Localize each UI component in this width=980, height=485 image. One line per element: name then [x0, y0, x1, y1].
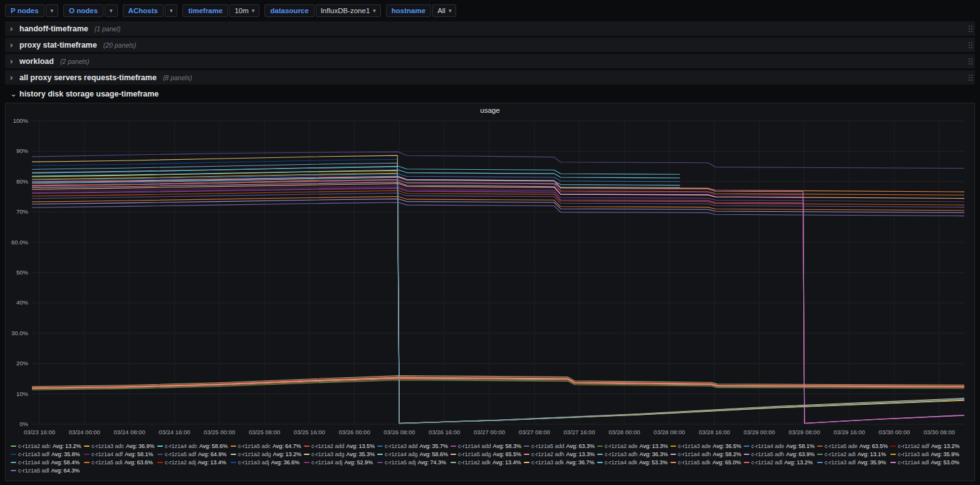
legend-avg-label: Avg:: [712, 459, 724, 466]
chevron-down-icon: ▾: [170, 8, 173, 14]
x-axis-label: 03/27 16:00: [564, 429, 595, 435]
row-title: proxy stat-timeframe: [19, 41, 97, 50]
legend-item-c-r1z1a3-adc[interactable]: c-r1z1a3 adcAvg:36.9%: [84, 442, 157, 450]
legend-item-c-r1z1a4-adf[interactable]: c-r1z1a4 adfAvg:58.1%: [84, 450, 157, 458]
legend-item-c-r1z1a4-adi[interactable]: c-r1z1a4 adiAvg:58.4%: [11, 458, 84, 466]
legend-item-c-r1z1a2-adh[interactable]: c-r1z1a2 adhAvg:13.3%: [524, 450, 597, 458]
legend-item-c-r1z1a3-adh[interactable]: c-r1z1a3 adhAvg:36.3%: [597, 450, 670, 458]
series-color-swatch: [304, 454, 310, 455]
row-header-workload[interactable]: ›workload(2 panels): [5, 54, 975, 68]
legend-item-c-r1z1a4-adg[interactable]: c-r1z1a4 adgAvg:58.6%: [377, 450, 451, 458]
legend-item-c-r1z1a5-adh[interactable]: c-r1z1a5 adhAvg:63.9%: [744, 450, 817, 458]
y-axis-label: 30.0%: [11, 330, 28, 336]
row-drag-handle[interactable]: [969, 75, 970, 76]
legend-series-name: c-r1z1a5 adc: [238, 443, 271, 449]
variable-value-picker[interactable]: 10m▾: [229, 4, 259, 17]
variable-value-picker[interactable]: ▾: [105, 4, 118, 17]
legend-item-c-r1z1a5-adg[interactable]: c-r1z1a5 adgAvg:65.5%: [451, 450, 524, 458]
panel-title[interactable]: usage: [9, 105, 971, 116]
legend-item-c-r1z1a5-adl[interactable]: c-r1z1a5 adlAvg:64.3%: [11, 466, 84, 474]
row-drag-handle[interactable]: [969, 42, 970, 43]
legend-item-c-r1z1a4-adl[interactable]: c-r1z1a4 adlAvg:53.0%: [890, 458, 964, 466]
legend-item-c-r1z1a2-adj[interactable]: c-r1z1a2 adjAvg:13.4%: [157, 458, 231, 466]
legend-item-c-r1z1a5-add[interactable]: c-r1z1a5 addAvg:63.3%: [524, 442, 597, 450]
row-header-history-disk-storage-usage-timeframe[interactable]: ⌄history disk storage usage-timeframe: [5, 86, 975, 101]
legend-item-c-r1z1a5-adi[interactable]: c-r1z1a5 adiAvg:63.6%: [84, 458, 157, 466]
legend-item-c-r1z1a2-adg[interactable]: c-r1z1a2 adgAvg:13.2%: [231, 450, 304, 458]
legend-item-c-r1z1a2-adi[interactable]: c-r1z1a2 adiAvg:13.1%: [817, 450, 890, 458]
legend-avg-label: Avg:: [640, 451, 651, 457]
legend-item-c-r1z1a2-adl[interactable]: c-r1z1a2 adlAvg:13.2%: [744, 458, 817, 466]
legend-avg-label: Avg:: [347, 451, 358, 457]
legend-item-c-r1z1a5-adf[interactable]: c-r1z1a5 adfAvg:64.9%: [157, 450, 231, 458]
legend-item-c-r1z1a2-adf[interactable]: c-r1z1a2 adfAvg:13.2%: [890, 442, 964, 450]
legend-item-c-r1z1a4-ade[interactable]: c-r1z1a4 adeAvg:58.1%: [744, 442, 817, 450]
legend-avg-value: 13.2%: [796, 459, 813, 466]
legend-item-c-r1z1a3-add[interactable]: c-r1z1a3 addAvg:35.7%: [377, 442, 451, 450]
series-color-swatch: [524, 454, 529, 455]
legend-item-c-r1z1a5-adk[interactable]: c-r1z1a5 adkAvg:65.0%: [670, 458, 744, 466]
legend-avg-label: Avg:: [931, 451, 942, 457]
row-header-proxy-stat-timeframe[interactable]: ›proxy stat-timeframe(20 panels): [5, 38, 975, 52]
series-color-swatch: [231, 446, 236, 447]
legend-avg-label: Avg:: [420, 443, 431, 449]
legend-series-name: c-r1z1a3 ade: [678, 443, 711, 449]
legend-item-c-r1z1a5-ade[interactable]: c-r1z1a5 adeAvg:63.5%: [817, 442, 890, 450]
legend-item-c-r1z1a3-adi[interactable]: c-r1z1a3 adiAvg:35.9%: [890, 450, 964, 458]
variable-value-picker[interactable]: ▾: [46, 4, 59, 17]
series-color-swatch: [231, 454, 236, 455]
row-drag-handle[interactable]: [969, 58, 970, 60]
row-drag-handle[interactable]: [969, 26, 970, 27]
legend-item-c-r1z1a5-adc[interactable]: c-r1z1a5 adcAvg:64.7%: [231, 442, 304, 450]
x-axis-label: 03/24 16:00: [159, 429, 190, 435]
legend-item-c-r1z1a4-add[interactable]: c-r1z1a4 addAvg:58.3%: [451, 442, 524, 450]
legend-avg-value: 64.9%: [211, 451, 227, 457]
legend-item-c-r1z1a4-adh[interactable]: c-r1z1a4 adhAvg:58.2%: [670, 450, 744, 458]
legend-item-c-r1z1a4-adk[interactable]: c-r1z1a4 adkAvg:53.3%: [597, 458, 670, 466]
legend-avg-value: 53.0%: [943, 459, 959, 466]
y-axis-label: 60.0%: [11, 239, 28, 246]
x-axis-label: 03/30 00:00: [878, 429, 910, 435]
legend-avg-label: Avg:: [53, 443, 64, 449]
legend-item-c-r1z1a3-adf[interactable]: c-r1z1a3 adfAvg:35.8%: [11, 450, 84, 458]
series-color-swatch: [157, 462, 163, 463]
legend-item-c-r1z1a2-add[interactable]: c-r1z1a2 addAvg:13.5%: [304, 442, 377, 450]
legend-item-c-r1z1a3-adk[interactable]: c-r1z1a3 adkAvg:36.7%: [524, 458, 597, 466]
legend-series-name: c-r1z1a4 adf: [91, 451, 123, 457]
legend-series-name: c-r1z1a5 adf: [165, 451, 196, 457]
legend-avg-value: 35.7%: [432, 443, 448, 449]
usage-chart[interactable]: 100%90%80%70%60.0%50%40%30.0%20%10%0%03/…: [9, 116, 969, 441]
variable-value-picker[interactable]: InfluxDB-zone1▾: [316, 4, 381, 17]
legend-series-name: c-r1z1a5 adg: [458, 451, 491, 457]
legend-avg-value: 52.9%: [357, 459, 373, 466]
y-axis-label: 70%: [16, 208, 29, 215]
y-axis-label: 0%: [19, 420, 28, 427]
variable-label: hostname: [386, 4, 431, 17]
variable-value-picker[interactable]: All▾: [432, 4, 456, 17]
legend-series-name: c-r1z1a3 adh: [605, 451, 638, 457]
legend-avg-value: 13.1%: [870, 451, 886, 457]
legend-avg-label: Avg:: [931, 459, 942, 466]
legend-item-c-r1z1a5-adj[interactable]: c-r1z1a5 adjAvg:74.3%: [377, 458, 451, 466]
legend-item-c-r1z1a2-adc[interactable]: c-r1z1a2 adcAvg:13.2%: [11, 442, 84, 450]
legend-item-c-r1z1a3-ade[interactable]: c-r1z1a3 adeAvg:36.5%: [670, 442, 744, 450]
x-axis-label: 03/27 00:00: [474, 429, 505, 435]
legend-item-c-r1z1a2-adk[interactable]: c-r1z1a2 adkAvg:13.4%: [451, 458, 524, 466]
legend-item-c-r1z1a4-adc[interactable]: c-r1z1a4 adcAvg:58.6%: [157, 442, 231, 450]
row-header-all-proxy-servers-requests-timeframe[interactable]: ›all proxy servers requests-timeframe(8 …: [5, 70, 975, 85]
series-color-swatch: [157, 454, 163, 455]
legend-item-c-r1z1a3-adl[interactable]: c-r1z1a3 adlAvg:35.9%: [817, 458, 890, 466]
legend-series-name: c-r1z1a3 adj: [238, 459, 269, 466]
x-axis-label: 03/25 16:00: [294, 429, 325, 435]
chevron-down-icon: ▾: [51, 8, 54, 14]
legend-item-c-r1z1a3-adj[interactable]: c-r1z1a3 adjAvg:36.6%: [231, 458, 304, 466]
chevron-down-icon: ▾: [373, 8, 376, 14]
legend-item-c-r1z1a2-ade[interactable]: c-r1z1a2 adeAvg:13.3%: [597, 442, 670, 450]
legend-item-c-r1z1a4-adj[interactable]: c-r1z1a4 adjAvg:52.9%: [304, 458, 377, 466]
legend-series-name: c-r1z1a3 adg: [311, 451, 345, 457]
legend-item-c-r1z1a3-adg[interactable]: c-r1z1a3 adgAvg:35.3%: [304, 450, 377, 458]
legend-avg-value: 58.1%: [798, 443, 815, 449]
row-header-handoff-timeframe[interactable]: ›handoff-timeframe(1 panel): [5, 21, 975, 36]
variable-value-picker[interactable]: ▾: [165, 4, 178, 17]
y-axis-label: 100%: [13, 117, 29, 124]
